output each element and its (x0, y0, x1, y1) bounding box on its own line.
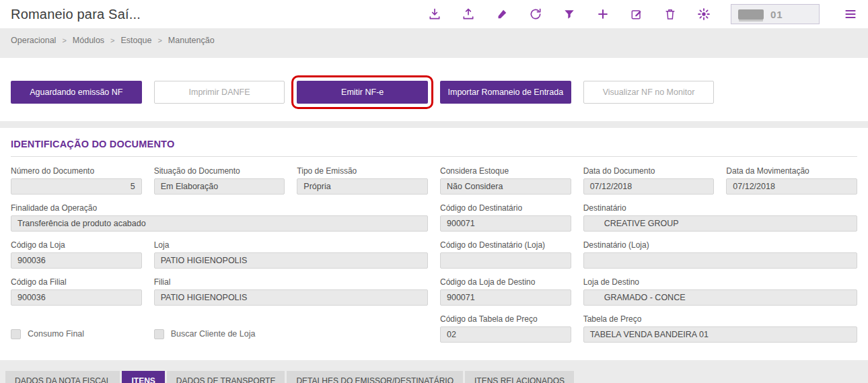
tab-itens[interactable]: ITENS (122, 371, 164, 383)
field-label: Filial (154, 277, 428, 287)
tab-bar: DADOS DA NOTA FISCAL ITENS DADOS DE TRAN… (0, 360, 868, 383)
field-label: Código da Loja de Destino (440, 277, 571, 287)
emitir-nfe-button[interactable]: Emitir NF-e (297, 81, 428, 104)
buscar-cliente-loja-checkbox[interactable]: Buscar Cliente de Loja (154, 325, 285, 343)
field-codigo-destinatario-loja: Código do Destinatário (Loja) (440, 240, 571, 269)
field-codigo-destinatario: Código do Destinatário 900071 (440, 203, 571, 232)
field-tipo-emissao: Tipo de Emissão Própria (297, 166, 428, 195)
field-label: Data da Movimentação (726, 166, 857, 176)
field-label: Código da Loja (11, 240, 142, 250)
field-loja-destino: Loja de Destino GRAMADO - CONCE (583, 277, 857, 306)
field-label: Código da Filial (11, 277, 142, 287)
field-codigo-loja: Código da Loja 900036 (11, 240, 142, 269)
field-codigo-filial: Código da Filial 900036 (11, 277, 142, 306)
field-label: Número do Documento (11, 166, 142, 176)
field-label: Código da Tabela de Preço (440, 314, 571, 324)
field-situacao-documento: Situação do Documento Em Elaboração (154, 166, 285, 195)
breadcrumb-separator: > (157, 36, 161, 44)
field-label: Situação do Documento (154, 166, 285, 176)
field-label: Tipo de Emissão (297, 166, 428, 176)
tab-dados-da-nota-fiscal[interactable]: DADOS DA NOTA FISCAL (5, 371, 120, 383)
field-value: PATIO HIGIENOPOLIS (154, 252, 428, 269)
checkbox-label: Consumo Final (28, 329, 84, 339)
field-codigo-tabela-preco: Código da Tabela de Preço 02 (440, 314, 571, 343)
field-value: 900036 (11, 252, 142, 269)
field-considera-estoque: Considera Estoque Não Considera (440, 166, 571, 195)
breadcrumb-item-estoque[interactable]: Estoque (121, 36, 152, 45)
field-value (440, 252, 571, 269)
trash-icon[interactable] (663, 7, 677, 21)
checkbox-icon[interactable] (11, 329, 21, 339)
refresh-icon[interactable] (529, 7, 542, 21)
download-icon[interactable] (428, 7, 441, 21)
field-value: Não Considera (440, 178, 571, 195)
imprimir-danfe-button[interactable]: Imprimir DANFE (154, 81, 285, 104)
eraser-icon[interactable] (495, 7, 509, 21)
checkbox-icon[interactable] (154, 329, 164, 339)
field-data-documento: Data do Documento 07/12/2018 (583, 166, 715, 195)
field-value: 900036 (11, 289, 142, 306)
field-label: Código do Destinatário (440, 203, 571, 213)
field-value: 5 (11, 178, 142, 195)
actions-panel: Aguardando emissão NF Imprimir DANFE Emi… (0, 58, 868, 121)
field-label: Data do Documento (583, 166, 715, 176)
document-identification-panel: IDENTIFICAÇÃO DO DOCUMENTO Número do Doc… (0, 128, 868, 360)
field-codigo-loja-destino: Código da Loja de Destino 900071 (440, 277, 571, 306)
visualizar-nf-monitor-button[interactable]: Visualizar NF no Monitor (583, 81, 715, 104)
field-label: Loja de Destino (583, 277, 857, 287)
toolbar: 01 (428, 4, 857, 24)
importar-romaneio-entrada-button[interactable]: Importar Romaneio de Entrada (440, 81, 571, 104)
section-title: IDENTIFICAÇÃO DO DOCUMENTO (11, 139, 857, 157)
field-value: 07/12/2018 (726, 178, 857, 195)
document-form: Número do Documento 5 Situação do Docume… (11, 166, 857, 343)
breadcrumb-separator: > (110, 36, 114, 44)
menu-icon[interactable] (844, 7, 857, 21)
field-finalidade-operacao: Finalidade da Operação Transferência de … (11, 203, 428, 232)
field-value: CREATIVE GROUP (583, 215, 857, 232)
field-value: Em Elaboração (154, 178, 285, 195)
field-value: 02 (440, 326, 571, 343)
field-value: 900071 (440, 289, 571, 306)
consumo-final-checkbox[interactable]: Consumo Final (11, 325, 142, 343)
plus-icon[interactable] (596, 7, 610, 21)
badge-count: 01 (770, 9, 783, 20)
aguardando-emissao-nf-button[interactable]: Aguardando emissão NF (11, 81, 142, 104)
field-label: Destinatário (Loja) (583, 240, 857, 250)
header: Romaneio para Saí... (0, 0, 868, 28)
tab-detalhes-emissor-destinatario[interactable]: DETALHES DO EMISSOR/DESTINATÁRIO (287, 371, 463, 383)
field-label: Código do Destinatário (Loja) (440, 240, 571, 250)
edit-icon[interactable] (630, 7, 643, 21)
app-window: Romaneio para Saí... (0, 0, 868, 383)
field-tabela-preco: Tabela de Preço TABELA VENDA BANDEIRA 01 (583, 314, 857, 343)
field-value: GRAMADO - CONCE (583, 289, 857, 306)
field-value: PATIO HIGIENOPOLIS (154, 289, 428, 306)
tab-dados-de-transporte[interactable]: DADOS DE TRANSPORTE (167, 371, 285, 383)
notification-badge[interactable]: 01 (731, 4, 820, 24)
checkbox-label: Buscar Cliente de Loja (171, 329, 256, 339)
field-label: Loja (154, 240, 428, 250)
field-value (583, 252, 857, 269)
page-title: Romaneio para Saí... (11, 7, 141, 22)
filter-icon[interactable] (563, 7, 576, 21)
field-label: Destinatário (583, 203, 857, 213)
field-label: Tabela de Preço (583, 314, 857, 324)
actions-row: Aguardando emissão NF Imprimir DANFE Emi… (11, 81, 857, 104)
breadcrumb-item-manutencao[interactable]: Manutenção (168, 36, 215, 45)
upload-icon[interactable] (462, 7, 475, 21)
field-destinatario-loja: Destinatário (Loja) (583, 240, 857, 269)
pages-icon (738, 9, 764, 20)
field-numero-documento: Número do Documento 5 (11, 166, 142, 195)
breadcrumb-item-operacional[interactable]: Operacional (11, 36, 56, 45)
field-label: Finalidade da Operação (11, 203, 428, 213)
breadcrumb-item-modulos[interactable]: Módulos (73, 36, 104, 45)
field-value: Transferência de produto acabado (11, 215, 428, 232)
breadcrumb-separator: > (62, 36, 66, 44)
field-filial: Filial PATIO HIGIENOPOLIS (154, 277, 428, 306)
field-label: Considera Estoque (440, 166, 571, 176)
field-loja: Loja PATIO HIGIENOPOLIS (154, 240, 428, 269)
field-value: Própria (297, 178, 428, 195)
field-value: 07/12/2018 (583, 178, 715, 195)
breadcrumb: Operacional > Módulos > Estoque > Manute… (0, 28, 868, 51)
gear-icon[interactable] (697, 7, 711, 21)
tab-itens-relacionados[interactable]: ITENS RELACIONADOS (465, 371, 574, 383)
